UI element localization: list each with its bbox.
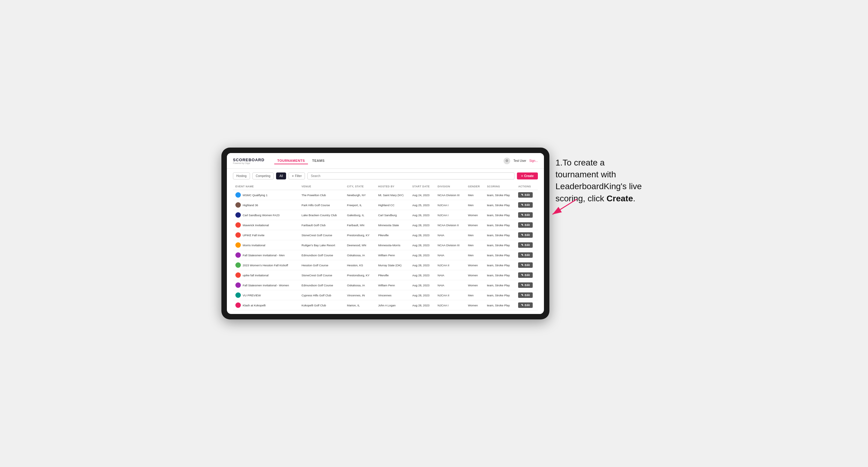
cell-actions: ✎ Edit [516,260,538,270]
edit-icon: ✎ [521,214,524,217]
cell-hosted-by: Pikeville [376,230,410,240]
cell-scoring: team, Stroke Play [485,260,516,270]
nav-bar: SCOREBOARD Powered by Clippl TOURNAMENTS… [227,153,544,169]
cell-gender: Men [466,190,485,200]
cell-city-state: Newburgh, NY [345,190,376,200]
edit-icon: ✎ [521,304,524,307]
edit-button[interactable]: ✎ Edit [518,252,533,258]
edit-button[interactable]: ✎ Edit [518,303,533,308]
team-icon [236,242,241,248]
edit-button[interactable]: ✎ Edit [518,262,533,268]
cell-division: NJCAA II [435,290,466,300]
cell-gender: Women [466,220,485,230]
cell-gender: Men [466,230,485,240]
signout-link[interactable]: Sign... [529,159,538,162]
cell-city-state: Faribault, MN [345,220,376,230]
cell-start-date: Aug 28, 2023 [410,270,435,280]
tab-tournaments[interactable]: TOURNAMENTS [274,158,308,164]
nav-right: ⚙ Test User Sign... [503,158,538,164]
edit-button[interactable]: ✎ Edit [518,292,533,298]
cell-city-state: Prestonsburg, KY [345,270,376,280]
cell-division: NCAA Division III [435,190,466,200]
cell-gender: Men [466,290,485,300]
cell-venue: Hesston Golf Course [299,260,345,270]
edit-button[interactable]: ✎ Edit [518,192,533,198]
cell-scoring: team, Stroke Play [485,300,516,310]
cell-event-name: MSMC Qualifying 1 [233,190,299,200]
create-button[interactable]: + Create [517,173,538,180]
cell-event-name: UPIKE Fall Invite [233,230,299,240]
edit-button[interactable]: ✎ Edit [518,272,533,278]
team-icon [236,212,241,218]
edit-button[interactable]: ✎ Edit [518,222,533,228]
tab-teams[interactable]: TEAMS [309,158,328,164]
hosting-filter-btn[interactable]: Hosting [233,173,250,180]
cell-scoring: team, Stroke Play [485,280,516,290]
cell-venue: Park Hills Golf Course [299,200,345,210]
table-row: 2023 Women's Hesston Fall Kickoff Hessto… [233,260,538,270]
all-filter-btn[interactable]: All [276,173,286,180]
toolbar: Hosting Competing All ≡ Filter + Create [233,173,538,180]
cell-scoring: team, Stroke Play [485,200,516,210]
edit-icon: ✎ [521,244,524,247]
filter-icon-btn[interactable]: ≡ Filter [288,173,305,180]
cell-event-name: Morris Invitational [233,240,299,250]
cell-division: NAIA [435,270,466,280]
cell-venue: Edmundson Golf Course [299,280,345,290]
table-row: MSMC Qualifying 1 The Powelton Club Newb… [233,190,538,200]
event-name-text: Highland 36 [243,204,258,207]
cell-gender: Women [466,260,485,270]
search-input[interactable] [307,173,515,180]
cell-hosted-by: Highland CC [376,200,410,210]
event-name-text: Fall Statesmen Invitational - Men [243,253,285,257]
cell-actions: ✎ Edit [516,220,538,230]
table-body: MSMC Qualifying 1 The Powelton Club Newb… [233,190,538,310]
edit-button[interactable]: ✎ Edit [518,202,533,208]
edit-button[interactable]: ✎ Edit [518,242,533,248]
table-row: Klash at Kokopelli Kokopelli Golf Club M… [233,300,538,310]
cell-gender: Women [466,300,485,310]
cell-scoring: team, Stroke Play [485,270,516,280]
cell-division: NJCAA I [435,200,466,210]
event-name-text: 2023 Women's Hesston Fall Kickoff [243,263,288,267]
team-icon [236,282,241,288]
tablet-screen: SCOREBOARD Powered by Clippl TOURNAMENTS… [227,153,544,314]
filter-label: Filter [295,174,302,178]
table-container: EVENT NAME VENUE CITY, STATE HOSTED BY S… [233,183,538,310]
team-icon [236,292,241,298]
outer-wrapper: SCOREBOARD Powered by Clippl TOURNAMENTS… [221,148,647,319]
annotation-panel: 1.To create a tournament with Leaderboar… [556,148,647,204]
cell-event-name: Maverick Invitational [233,220,299,230]
cell-hosted-by: Minnesota State [376,220,410,230]
cell-actions: ✎ Edit [516,240,538,250]
edit-icon: ✎ [521,253,524,256]
cell-event-name: Highland 36 [233,200,299,210]
edit-button[interactable]: ✎ Edit [518,212,533,218]
edit-icon: ✎ [521,263,524,267]
cell-start-date: Aug 28, 2023 [410,240,435,250]
cell-actions: ✎ Edit [516,270,538,280]
cell-city-state: Oskaloosa, IA [345,280,376,290]
cell-gender: Women [466,280,485,290]
gear-icon[interactable]: ⚙ [503,158,510,164]
table-row: Fall Statesmen Invitational - Women Edmu… [233,280,538,290]
content-area: Hosting Competing All ≡ Filter + Create [227,169,544,314]
cell-venue: Cypress Hills Golf Club [299,290,345,300]
edit-button[interactable]: ✎ Edit [518,282,533,288]
cell-city-state: Hesston, KS [345,260,376,270]
cell-start-date: Aug 28, 2023 [410,250,435,260]
col-division: DIVISION [435,183,466,190]
create-plus-icon: + [521,174,523,178]
edit-button[interactable]: ✎ Edit [518,232,533,238]
cell-gender: Men [466,250,485,260]
event-name-text: Klash at Kokopelli [243,304,266,307]
cell-city-state: Freeport, IL [345,200,376,210]
nav-user: Test User [513,159,526,162]
cell-hosted-by: William Penn [376,280,410,290]
event-name-text: Fall Statesmen Invitational - Women [243,284,289,287]
competing-filter-btn[interactable]: Competing [252,173,274,180]
cell-venue: StoneCrest Golf Course [299,230,345,240]
cell-scoring: team, Stroke Play [485,190,516,200]
cell-start-date: Aug 28, 2023 [410,260,435,270]
cell-division: NJCAA I [435,210,466,220]
